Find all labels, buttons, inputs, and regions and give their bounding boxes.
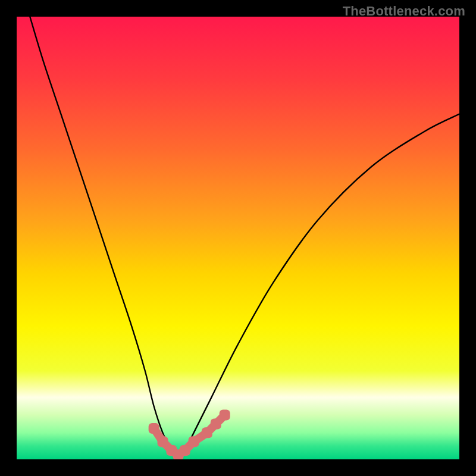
chart-frame: TheBottleneck.com: [0, 0, 476, 476]
highlight-marker: [149, 423, 159, 434]
highlight-marker: [211, 418, 221, 429]
highlight-marker: [180, 445, 190, 456]
highlight-marker: [189, 436, 199, 447]
watermark-text: TheBottleneck.com: [343, 4, 465, 19]
highlight-marker: [202, 427, 212, 438]
plot-area: [17, 17, 459, 459]
bottleneck-curve: [17, 17, 459, 459]
highlight-marker: [158, 436, 168, 447]
highlight-marker: [220, 410, 230, 421]
